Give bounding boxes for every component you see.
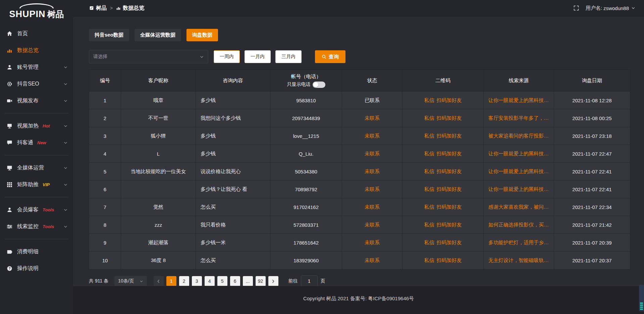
page-button-1[interactable]: 1	[166, 276, 176, 286]
page-button-3[interactable]: 3	[192, 276, 202, 286]
cell-id: 7	[89, 198, 121, 216]
qr-link[interactable]: 扫码加好友	[437, 186, 462, 192]
qr-link[interactable]: 私信	[424, 222, 434, 227]
cell-status: 未联系	[342, 216, 402, 234]
page-button-92[interactable]: 92	[256, 276, 266, 286]
cell-qrcode: 私信扫码加好友	[402, 92, 484, 109]
qr-link[interactable]: 私信	[424, 97, 434, 103]
sidebar-item-video-heat[interactable]: 视频加热Hot	[0, 117, 73, 134]
page-size-select[interactable]: 10条/页	[114, 276, 147, 286]
qr-link[interactable]: 扫码加好友	[437, 168, 462, 174]
qr-link[interactable]: 扫码加好友	[437, 222, 462, 227]
cell-account: 917024162	[270, 198, 342, 216]
period-button-one-week[interactable]: 一周内	[214, 50, 240, 63]
sidebar-item-account[interactable]: 账号管理	[0, 59, 73, 75]
sidebar-item-overview[interactable]: 数据总览	[0, 42, 73, 59]
tab-inquiry-data[interactable]: 询盘数据	[186, 29, 218, 41]
sidebar-item-label: 抖客通	[17, 139, 33, 146]
cell-account: 178651642	[270, 234, 342, 252]
sidebar-item-clue-monitor[interactable]: 线索监控Tools	[0, 218, 73, 235]
cell-nickname: 不可一世	[121, 109, 196, 127]
sidebar-item-home[interactable]: 首页	[0, 25, 73, 42]
cell-source[interactable]: 被大家追着问的客厅投影分享...	[484, 127, 554, 145]
cell-source[interactable]: 让你一眼就爱上的黑科技，能...	[484, 145, 554, 163]
cell-date: 2021-11-07 22:34	[554, 198, 630, 216]
cell-content: 怎么买	[196, 252, 270, 269]
sidebar-item-media-ops[interactable]: 全媒体运营	[0, 159, 73, 176]
qr-link[interactable]: 私信	[424, 151, 434, 156]
page-button-5[interactable]: 5	[217, 276, 227, 286]
cell-content: 多少钱	[196, 145, 270, 163]
cell-status: 未联系	[342, 109, 402, 127]
chart-icon	[7, 48, 12, 53]
filter-select[interactable]: 请选择	[89, 50, 208, 63]
cell-source[interactable]: 让你一眼就爱上的黑科技，能...	[484, 92, 554, 109]
arrow-right-icon	[271, 279, 275, 283]
qr-link[interactable]: 私信	[424, 168, 434, 174]
cell-content: 多少钱	[196, 92, 270, 109]
qr-link[interactable]: 私信	[424, 186, 434, 192]
tab-media-ops-data[interactable]: 全媒体运营数据	[135, 29, 181, 41]
phone-toggle-row: 只显示电话	[271, 82, 341, 88]
qr-link[interactable]: 私信	[424, 204, 434, 210]
sidebar-item-matrix-boost[interactable]: 矩阵助推VIP	[0, 176, 73, 193]
sidebar-item-douketong[interactable]: 抖客通New	[0, 134, 73, 151]
search-button[interactable]: 查询	[315, 50, 345, 63]
qr-link[interactable]: 私信	[424, 240, 434, 245]
period-button-three-months[interactable]: 三月内	[275, 50, 302, 63]
sidebar-item-member-burst[interactable]: 会员爆客Tools	[0, 201, 73, 218]
qr-link[interactable]: 扫码加好友	[437, 240, 462, 245]
cell-content: 怎么买	[196, 198, 270, 216]
qr-link[interactable]: 扫码加好友	[437, 204, 462, 210]
cell-source[interactable]: 如何正确选择投影仪，买投影...	[484, 216, 554, 234]
qr-link[interactable]: 扫码加好友	[437, 257, 462, 263]
column-header: 二维码	[402, 70, 484, 92]
arrow-left-icon	[156, 279, 161, 283]
page-button-4[interactable]: 4	[205, 276, 215, 286]
cell-source[interactable]: 让你一眼就爱上的黑科技，能...	[484, 163, 554, 180]
sidebar-item-help[interactable]: ?操作说明	[0, 260, 73, 277]
cell-id: 10	[89, 252, 121, 269]
prev-page-button[interactable]	[154, 276, 164, 286]
breadcrumb-item-home[interactable]: 树品	[89, 5, 107, 12]
column-header: 询盘日期	[554, 70, 630, 92]
cell-source[interactable]: 客厅安装投影半年多了，真实...	[484, 109, 554, 127]
cell-nickname: zzz	[121, 216, 196, 234]
fullscreen-icon[interactable]	[574, 5, 579, 11]
copyright-text: Copyright 树品 2021 备案号: 粤ICP备09019646号	[303, 296, 414, 301]
cell-source[interactable]: 感谢大家喜欢我家，被问了好...	[484, 198, 554, 216]
user-icon	[7, 64, 12, 70]
user-menu[interactable]: 用户名: zswodun88	[586, 5, 635, 11]
next-page-button[interactable]	[268, 276, 278, 286]
sidebar-item-expense-detail[interactable]: 消费明细	[0, 243, 73, 260]
page-button-6[interactable]: 6	[230, 276, 240, 286]
qr-link[interactable]: 扫码加好友	[437, 151, 462, 156]
qr-link[interactable]: 扫码加好友	[437, 97, 462, 103]
chat-icon	[7, 140, 12, 146]
page-button-2[interactable]: 2	[179, 276, 189, 286]
cell-source[interactable]: 多功能护栏灯，适用于乡村文...	[484, 234, 554, 252]
qr-link[interactable]: 扫码加好友	[437, 115, 462, 121]
sidebar-item-video-publish[interactable]: 视频发布	[0, 92, 73, 109]
cell-source[interactable]: 让你一眼就爱上的黑科技，能...	[484, 180, 554, 198]
qr-link[interactable]: 私信	[424, 115, 434, 121]
page-buttons: 123456...92	[165, 276, 267, 286]
floating-widget[interactable]	[639, 285, 644, 311]
filter-select-placeholder: 请选择	[93, 54, 107, 60]
cell-account: 50534380	[270, 163, 342, 180]
chart-icon	[116, 6, 121, 10]
cell-source[interactable]: 无主灯设计，智能磁吸轨道灯...	[484, 252, 554, 269]
qr-link[interactable]: 扫码加好友	[437, 133, 462, 139]
qr-link[interactable]: 私信	[424, 257, 434, 263]
cell-account: love__1215	[270, 127, 342, 145]
breadcrumb-separator: >	[110, 5, 113, 11]
wallet-icon	[7, 249, 12, 255]
qr-link[interactable]: 私信	[424, 133, 434, 139]
tab-douyin-seo-data[interactable]: 抖音seo数据	[89, 29, 129, 41]
sidebar-item-douyin-seo[interactable]: 抖音SEO	[0, 75, 73, 92]
page-ellipsis[interactable]: ...	[243, 276, 253, 286]
goto-page-input[interactable]	[301, 275, 318, 287]
phone-only-toggle[interactable]	[313, 82, 325, 88]
period-button-one-month[interactable]: 一月内	[245, 50, 271, 63]
cell-date: 2021-11-08 12:28	[554, 92, 630, 109]
